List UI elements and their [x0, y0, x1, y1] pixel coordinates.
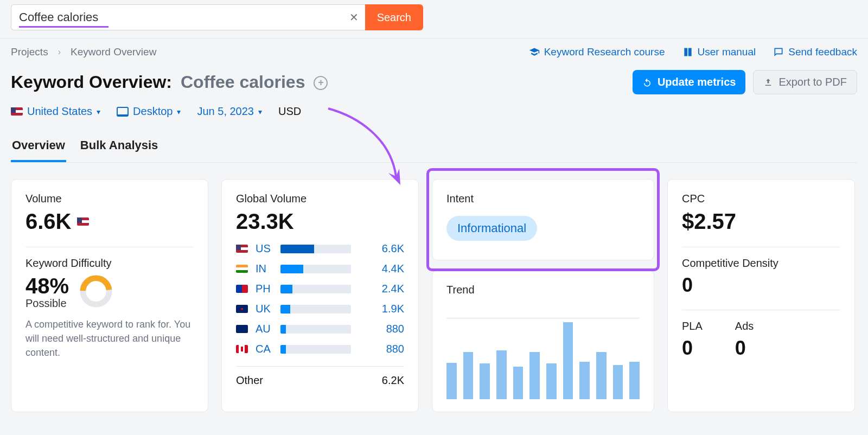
country-code: PH — [256, 283, 275, 295]
clear-search-icon[interactable]: ✕ — [349, 11, 359, 24]
trend-bar — [463, 352, 474, 399]
card-trend: Trend — [432, 270, 654, 412]
country-code: IN — [256, 263, 275, 275]
global-volume-value: 23.3K — [236, 209, 404, 234]
breadcrumb-projects[interactable]: Projects — [11, 46, 48, 58]
country-code: CA — [256, 343, 275, 355]
country-volume: 1.9K — [356, 303, 404, 315]
country-code: AU — [256, 323, 275, 335]
flag-icon — [236, 345, 248, 353]
flag-icon — [236, 285, 248, 293]
cpc-value: $2.57 — [682, 209, 840, 234]
country-volume: 880 — [356, 323, 404, 335]
competitive-density-label: Competitive Density — [682, 257, 840, 270]
kd-sub: Possible — [25, 297, 69, 310]
flag-icon — [236, 305, 248, 313]
global-volume-row[interactable]: IN 4.4K — [236, 263, 404, 275]
monitor-icon — [117, 107, 129, 117]
trend-bar — [496, 350, 507, 399]
country-volume: 2.4K — [356, 283, 404, 295]
filter-country[interactable]: United States▾ — [11, 105, 100, 118]
add-keyword-icon[interactable]: + — [314, 76, 328, 90]
ads-label: Ads — [735, 320, 754, 332]
intent-value-pill[interactable]: Informational — [446, 216, 537, 241]
search-bar: ✕ Search — [0, 0, 868, 39]
flag-icon — [236, 325, 248, 333]
volume-value: 6.6K — [25, 209, 72, 234]
global-volume-row[interactable]: US 6.6K — [236, 242, 404, 255]
update-metrics-button[interactable]: Update metrics — [633, 70, 746, 94]
search-button[interactable]: Search — [365, 4, 423, 30]
trend-bar — [629, 362, 640, 399]
chevron-down-icon: ▾ — [177, 107, 181, 116]
trend-bar — [546, 363, 557, 399]
title-keyword: Coffee calories — [181, 72, 305, 92]
chevron-down-icon: ▾ — [97, 107, 100, 116]
trend-bar — [446, 363, 457, 400]
chat-icon — [773, 47, 784, 57]
competitive-density-value: 0 — [682, 274, 840, 297]
card-intent: Intent Informational — [432, 179, 654, 260]
volume-bar — [280, 265, 351, 273]
pla-label: PLA — [682, 320, 703, 332]
flag-us-icon — [11, 107, 23, 116]
global-volume-label: Global Volume — [236, 193, 404, 205]
pla-value: 0 — [682, 337, 703, 360]
tab-bulk-analysis[interactable]: Bulk Analysis — [79, 138, 159, 162]
global-volume-row[interactable]: UK 1.9K — [236, 303, 404, 315]
chevron-right-icon: › — [58, 47, 61, 57]
link-user-manual[interactable]: User manual — [682, 46, 756, 58]
kd-label: Keyword Difficulty — [25, 257, 194, 270]
graduation-cap-icon — [529, 47, 540, 57]
tab-overview[interactable]: Overview — [11, 138, 66, 162]
global-volume-other: Other 6.2K — [236, 366, 404, 387]
country-code: UK — [256, 303, 275, 315]
kd-value: 48% — [25, 274, 69, 298]
chevron-down-icon: ▾ — [258, 107, 262, 116]
ads-value: 0 — [735, 337, 754, 360]
trend-bar — [596, 352, 607, 399]
trend-bar — [529, 352, 540, 399]
kd-description: A competitive keyword to rank for. You w… — [25, 317, 194, 360]
other-volume: 6.2K — [382, 374, 404, 387]
link-keyword-research-course[interactable]: Keyword Research course — [529, 46, 665, 58]
filter-date[interactable]: Jun 5, 2023▾ — [197, 105, 262, 118]
country-volume: 880 — [356, 343, 404, 355]
volume-bar — [280, 285, 351, 293]
trend-bar — [480, 363, 490, 399]
trend-bar — [563, 322, 573, 400]
volume-label: Volume — [25, 193, 194, 205]
global-volume-row[interactable]: CA 880 — [236, 343, 404, 355]
breadcrumb: Projects › Keyword Overview — [11, 46, 156, 58]
trend-bar — [613, 365, 623, 399]
country-code: US — [256, 242, 275, 255]
kd-donut-icon — [79, 274, 113, 309]
export-pdf-button[interactable]: Export to PDF — [753, 70, 857, 94]
card-volume: Volume 6.6K Keyword Difficulty 48% Possi… — [11, 179, 208, 412]
annotation-underline — [19, 26, 108, 28]
card-cpc: CPC $2.57 Competitive Density 0 PLA 0 Ad… — [667, 179, 855, 412]
country-volume: 6.6K — [356, 242, 404, 255]
country-volume: 4.4K — [356, 263, 404, 275]
global-volume-row[interactable]: AU 880 — [236, 323, 404, 335]
trend-bar — [513, 367, 524, 399]
upload-icon — [763, 78, 773, 87]
filter-currency: USD — [278, 105, 301, 118]
other-label: Other — [236, 374, 263, 387]
link-send-feedback[interactable]: Send feedback — [773, 46, 857, 58]
page-title: Keyword Overview: — [11, 72, 172, 92]
filter-device[interactable]: Desktop▾ — [117, 105, 181, 118]
volume-bar — [280, 245, 351, 253]
flag-icon — [236, 245, 248, 253]
breadcrumb-current: Keyword Overview — [71, 46, 156, 58]
trend-label: Trend — [446, 284, 640, 296]
volume-bar — [280, 345, 351, 354]
cpc-label: CPC — [682, 193, 840, 205]
trend-bar — [579, 362, 590, 399]
intent-label: Intent — [446, 193, 640, 205]
flag-us-icon — [77, 218, 89, 226]
flag-icon — [236, 265, 248, 273]
global-volume-row[interactable]: PH 2.4K — [236, 283, 404, 295]
volume-bar — [280, 305, 351, 314]
book-icon — [682, 47, 693, 57]
